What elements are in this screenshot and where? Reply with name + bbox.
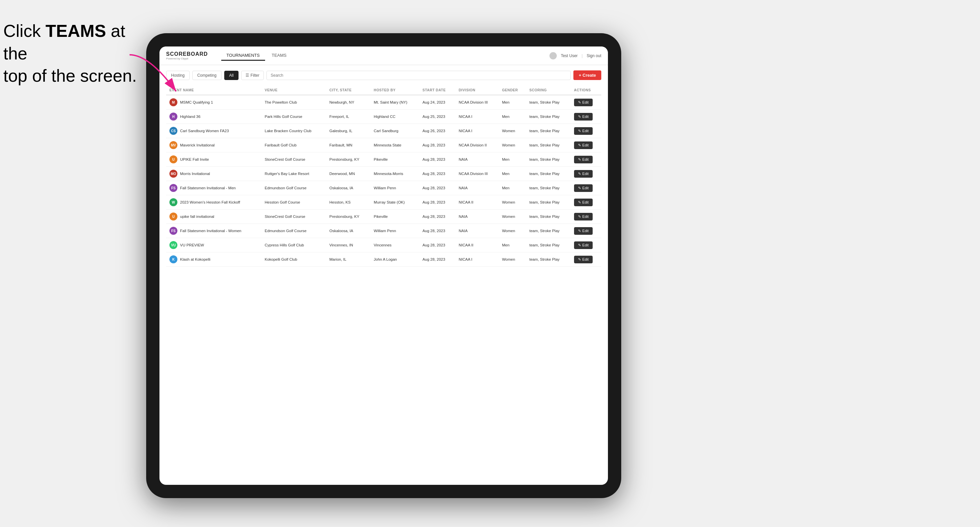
cell-event-name: K Klash at Kokopelli xyxy=(166,252,261,267)
cell-gender: Women xyxy=(499,138,526,152)
edit-button[interactable]: ✎ Edit xyxy=(574,113,593,121)
cell-venue: Faribault Golf Club xyxy=(261,138,326,152)
cell-venue: Ruttger's Bay Lake Resort xyxy=(261,167,326,181)
cell-venue: Cypress Hills Golf Club xyxy=(261,238,326,252)
edit-button[interactable]: ✎ Edit xyxy=(574,98,593,106)
cell-start-date: Aug 28, 2023 xyxy=(419,238,455,252)
cell-scoring: team, Stroke Play xyxy=(526,124,571,138)
event-name-text: MSMC Qualifying 1 xyxy=(180,100,213,104)
cell-city-state: Hesston, KS xyxy=(326,195,371,210)
cell-event-name: U UPIKE Fall Invite xyxy=(166,152,261,167)
cell-gender: Women xyxy=(499,195,526,210)
cell-scoring: team, Stroke Play xyxy=(526,110,571,124)
user-name: Test User xyxy=(561,54,578,58)
edit-button[interactable]: ✎ Edit xyxy=(574,256,593,264)
cell-event-name: W 2023 Women's Hesston Fall Kickoff xyxy=(166,195,261,210)
cell-city-state: Freeport, IL xyxy=(326,110,371,124)
content-area: Hosting Competing All ☰ Filter + Create … xyxy=(159,65,608,485)
col-city-state: CITY, STATE xyxy=(326,85,371,95)
edit-button[interactable]: ✎ Edit xyxy=(574,184,593,192)
nav-links: TOURNAMENTS TEAMS xyxy=(221,51,550,61)
col-actions: ACTIONS xyxy=(571,85,601,95)
cell-division: NAIA xyxy=(455,210,499,224)
edit-button[interactable]: ✎ Edit xyxy=(574,156,593,163)
logo-text: SCOREBOARD xyxy=(166,51,208,57)
create-button[interactable]: + Create xyxy=(573,70,601,80)
cell-hosted-by: Carl Sandburg xyxy=(371,124,419,138)
edit-button[interactable]: ✎ Edit xyxy=(574,227,593,235)
edit-icon: ✎ xyxy=(578,214,581,219)
search-input[interactable] xyxy=(266,71,571,80)
cell-city-state: Marion, IL xyxy=(326,252,371,267)
event-logo: FS xyxy=(169,184,177,192)
cell-venue: Edmundson Golf Course xyxy=(261,181,326,195)
separator: | xyxy=(582,54,583,58)
cell-gender: Men xyxy=(499,152,526,167)
event-logo: U xyxy=(169,213,177,221)
event-logo: M xyxy=(169,98,177,106)
cell-division: NCAA Division III xyxy=(455,167,499,181)
cell-hosted-by: Highland CC xyxy=(371,110,419,124)
cell-venue: Kokopelli Golf Club xyxy=(261,252,326,267)
edit-icon: ✎ xyxy=(578,243,581,248)
nav-link-teams[interactable]: TEAMS xyxy=(266,51,292,61)
cell-event-name: FS Fall Statesmen Invitational - Men xyxy=(166,181,261,195)
cell-division: NICAA I xyxy=(455,110,499,124)
cell-hosted-by: Murray State (OK) xyxy=(371,195,419,210)
cell-venue: Edmundson Golf Course xyxy=(261,224,326,238)
cell-hosted-by: Mt. Saint Mary (NY) xyxy=(371,95,419,110)
cell-start-date: Aug 28, 2023 xyxy=(419,252,455,267)
edit-button[interactable]: ✎ Edit xyxy=(574,213,593,221)
instruction-bold: TEAMS xyxy=(46,21,106,41)
nav-link-tournaments[interactable]: TOURNAMENTS xyxy=(221,51,265,61)
cell-actions: ✎ Edit xyxy=(571,152,601,167)
event-name-text: Maverick Invitational xyxy=(180,143,215,147)
cell-scoring: team, Stroke Play xyxy=(526,252,571,267)
event-logo: U xyxy=(169,156,177,163)
hosting-filter-button[interactable]: Hosting xyxy=(166,71,190,80)
edit-button[interactable]: ✎ Edit xyxy=(574,170,593,178)
cell-venue: Lake Bracken Country Club xyxy=(261,124,326,138)
col-start-date: START DATE xyxy=(419,85,455,95)
cell-actions: ✎ Edit xyxy=(571,95,601,110)
competing-filter-button[interactable]: Competing xyxy=(192,71,221,80)
cell-start-date: Aug 28, 2023 xyxy=(419,138,455,152)
top-navigation: SCOREBOARD Powered by Clippit TOURNAMENT… xyxy=(159,46,608,65)
edit-icon: ✎ xyxy=(578,257,581,262)
cell-actions: ✎ Edit xyxy=(571,167,601,181)
edit-button[interactable]: ✎ Edit xyxy=(574,127,593,135)
cell-division: NAIA xyxy=(455,224,499,238)
cell-division: NICAA II xyxy=(455,195,499,210)
cell-hosted-by: Pikeville xyxy=(371,210,419,224)
col-hosted-by: HOSTED BY xyxy=(371,85,419,95)
gear-icon[interactable] xyxy=(549,52,557,59)
cell-hosted-by: Minnesota State xyxy=(371,138,419,152)
cell-start-date: Aug 26, 2023 xyxy=(419,124,455,138)
event-name-text: Carl Sandburg Women FA23 xyxy=(180,129,229,133)
edit-icon: ✎ xyxy=(578,129,581,133)
table-body: M MSMC Qualifying 1 The Powelton Club Ne… xyxy=(166,95,601,267)
edit-button[interactable]: ✎ Edit xyxy=(574,198,593,206)
edit-button[interactable]: ✎ Edit xyxy=(574,141,593,149)
cell-division: NAIA xyxy=(455,181,499,195)
cell-gender: Men xyxy=(499,238,526,252)
cell-gender: Men xyxy=(499,167,526,181)
cell-event-name: U upike fall invitational xyxy=(166,210,261,224)
cell-actions: ✎ Edit xyxy=(571,181,601,195)
all-filter-button[interactable]: All xyxy=(224,71,239,80)
cell-event-name: MV Maverick Invitational xyxy=(166,138,261,152)
cell-hosted-by: William Penn xyxy=(371,181,419,195)
cell-venue: Park Hills Golf Course xyxy=(261,110,326,124)
cell-event-name: MO Morris Invitational xyxy=(166,167,261,181)
cell-city-state: Newburgh, NY xyxy=(326,95,371,110)
col-gender: GENDER xyxy=(499,85,526,95)
filter-button[interactable]: ☰ Filter xyxy=(241,71,264,80)
cell-gender: Women xyxy=(499,224,526,238)
cell-city-state: Prestonsburg, KY xyxy=(326,210,371,224)
cell-gender: Men xyxy=(499,95,526,110)
logo-sub: Powered by Clippit xyxy=(166,57,208,60)
edit-icon: ✎ xyxy=(578,229,581,233)
edit-button[interactable]: ✎ Edit xyxy=(574,241,593,249)
cell-event-name: VU VU PREVIEW xyxy=(166,238,261,252)
sign-out-link[interactable]: Sign out xyxy=(587,54,601,58)
